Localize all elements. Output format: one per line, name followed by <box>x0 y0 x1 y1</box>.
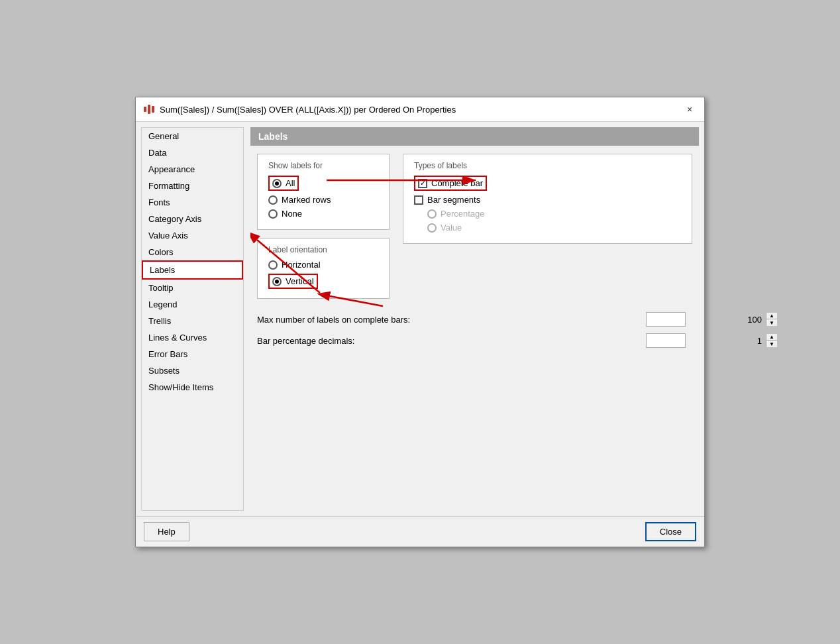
sidebar-item-legend[interactable]: Legend <box>142 296 243 313</box>
checkbox-complete-bar-wrapper: Complete bar <box>414 176 681 191</box>
radio-none-indicator[interactable] <box>268 209 278 219</box>
orientation-title: Label orientation <box>268 245 378 254</box>
bar-percentage-row: Bar percentage decimals: ▲ ▼ <box>257 333 692 348</box>
radio-percentage-label: Percentage <box>441 209 485 219</box>
chart-icon <box>144 105 154 114</box>
checkbox-complete-bar-indicator[interactable] <box>418 179 427 188</box>
bar-percentage-spinner-buttons: ▲ ▼ <box>766 334 777 347</box>
two-columns: Show labels for All <box>257 154 692 299</box>
max-labels-input[interactable] <box>647 313 766 326</box>
left-column: Show labels for All <box>257 154 390 299</box>
radio-all-indicator[interactable] <box>272 179 282 188</box>
sidebar-item-subsets[interactable]: Subsets <box>142 362 243 379</box>
dialog-title: Sum([Sales]) / Sum([Sales]) OVER (ALL([A… <box>160 105 456 115</box>
section-header: Labels <box>250 127 699 146</box>
close-button[interactable]: Close <box>645 522 696 541</box>
bar-percentage-label: Bar percentage decimals: <box>257 336 354 346</box>
title-bar-left: Sum([Sales]) / Sum([Sales]) OVER (ALL([A… <box>144 105 456 115</box>
radio-percentage-indicator <box>427 209 437 219</box>
right-column: Types of labels Complete bar <box>403 154 692 244</box>
close-x-button[interactable]: × <box>683 103 696 116</box>
bottom-fields: Max number of labels on complete bars: ▲… <box>257 312 692 348</box>
radio-vertical-indicator[interactable] <box>272 277 282 286</box>
max-labels-label: Max number of labels on complete bars: <box>257 315 410 325</box>
show-labels-box: Show labels for All <box>257 154 390 230</box>
bar-percentage-up-button[interactable]: ▲ <box>766 334 777 341</box>
types-title: Types of labels <box>414 161 681 170</box>
checkbox-bar-segments[interactable]: Bar segments <box>414 195 681 205</box>
max-labels-down-button[interactable]: ▼ <box>766 319 777 326</box>
sidebar-item-lines-curves[interactable]: Lines & Curves <box>142 329 243 346</box>
main-content: Labels Show labels for <box>244 127 699 511</box>
bar-percentage-down-button[interactable]: ▼ <box>766 341 777 347</box>
radio-marked-rows-indicator[interactable] <box>268 195 278 205</box>
label-orientation-box: Label orientation Horizontal <box>257 238 390 299</box>
help-button[interactable]: Help <box>144 522 189 541</box>
radio-all-wrapper: All <box>268 176 378 191</box>
radio-percentage: Percentage <box>414 209 681 219</box>
dialog-footer: Help Close <box>136 516 704 547</box>
sidebar-item-formatting[interactable]: Formatting <box>142 178 243 194</box>
dialog-body: General Data Appearance Formatting Fonts… <box>136 122 704 516</box>
radio-all-highlighted[interactable]: All <box>268 176 299 191</box>
sidebar-item-colors[interactable]: Colors <box>142 244 243 260</box>
radio-value-label: Value <box>441 223 462 233</box>
radio-horizontal[interactable]: Horizontal <box>268 260 378 270</box>
show-labels-title: Show labels for <box>268 161 378 170</box>
radio-vertical-highlighted[interactable]: Vertical <box>268 274 318 289</box>
sidebar-item-trellis[interactable]: Trellis <box>142 313 243 329</box>
radio-value: Value <box>414 223 681 233</box>
radio-value-indicator <box>427 223 437 233</box>
checkbox-complete-bar-label: Complete bar <box>431 178 483 188</box>
dialog: Sum([Sales]) / Sum([Sales]) OVER (ALL([A… <box>135 97 705 547</box>
labels-section: Show labels for All <box>257 154 692 299</box>
radio-marked-rows-label: Marked rows <box>282 195 331 205</box>
sidebar-item-appearance[interactable]: Appearance <box>142 161 243 178</box>
radio-marked-rows[interactable]: Marked rows <box>268 195 378 205</box>
content-area: Show labels for All <box>250 154 699 511</box>
types-of-labels-box: Types of labels Complete bar <box>403 154 692 244</box>
sidebar-item-data[interactable]: Data <box>142 144 243 161</box>
sidebar-item-show-hide[interactable]: Show/Hide Items <box>142 379 243 396</box>
checkbox-bar-segments-indicator[interactable] <box>414 195 423 205</box>
max-labels-spinner-buttons: ▲ ▼ <box>766 313 777 326</box>
checkbox-complete-bar-highlighted[interactable]: Complete bar <box>414 176 487 191</box>
radio-none[interactable]: None <box>268 209 378 219</box>
sidebar-item-labels[interactable]: Labels <box>142 260 243 280</box>
radio-all-label: All <box>286 178 295 188</box>
sidebar: General Data Appearance Formatting Fonts… <box>141 127 244 511</box>
sidebar-item-category-axis[interactable]: Category Axis <box>142 211 243 227</box>
bar-percentage-input[interactable] <box>647 335 766 347</box>
max-labels-row: Max number of labels on complete bars: ▲… <box>257 312 692 327</box>
sidebar-item-fonts[interactable]: Fonts <box>142 194 243 211</box>
sidebar-item-error-bars[interactable]: Error Bars <box>142 346 243 362</box>
max-labels-spinner[interactable]: ▲ ▼ <box>646 312 686 327</box>
sidebar-item-tooltip[interactable]: Tooltip <box>142 280 243 296</box>
bar-percentage-spinner[interactable]: ▲ ▼ <box>646 333 686 348</box>
radio-vertical-wrapper: Vertical <box>268 274 378 289</box>
sidebar-item-value-axis[interactable]: Value Axis <box>142 227 243 244</box>
title-bar: Sum([Sales]) / Sum([Sales]) OVER (ALL([A… <box>136 97 704 122</box>
radio-none-label: None <box>282 209 302 219</box>
radio-vertical-label: Vertical <box>286 276 314 286</box>
checkbox-bar-segments-label: Bar segments <box>427 195 480 205</box>
radio-horizontal-label: Horizontal <box>282 260 321 270</box>
sidebar-item-general[interactable]: General <box>142 128 243 144</box>
radio-horizontal-indicator[interactable] <box>268 260 278 270</box>
max-labels-up-button[interactable]: ▲ <box>766 313 777 319</box>
